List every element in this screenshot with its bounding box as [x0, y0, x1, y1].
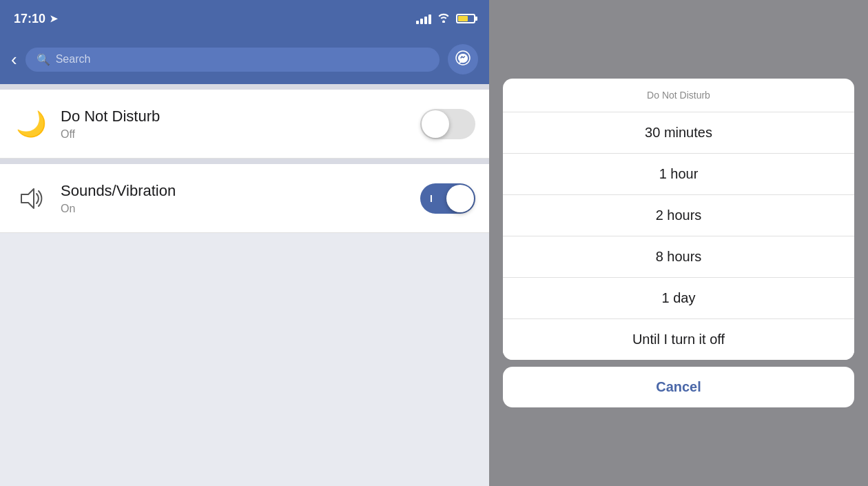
do-not-disturb-title: Do Not Disturb — [61, 108, 408, 125]
section-divider-top — [0, 84, 489, 90]
battery-icon — [456, 14, 475, 23]
toggle-knob-sound — [446, 185, 474, 212]
sounds-vibration-title: Sounds/Vibration — [61, 182, 408, 200]
toggle-knob-dnd — [422, 110, 449, 138]
sounds-vibration-item[interactable]: Sounds/Vibration On I — [0, 164, 489, 233]
status-icons — [416, 12, 475, 26]
do-not-disturb-subtitle: Off — [61, 128, 408, 141]
action-sheet-cancel-button[interactable]: Cancel — [503, 367, 854, 407]
location-icon: ➤ — [50, 13, 58, 24]
action-sheet-option-1day[interactable]: 1 day — [503, 278, 854, 319]
toggle-on-label: I — [430, 193, 433, 204]
do-not-disturb-text: Do Not Disturb Off — [61, 108, 408, 141]
back-button[interactable]: ‹ — [11, 50, 17, 68]
sound-icon — [16, 183, 46, 214]
wifi-icon — [437, 12, 451, 26]
action-sheet-main: Do Not Disturb 30 minutes 1 hour 2 hours… — [503, 79, 854, 360]
right-panel: Do Not Disturb 30 minutes 1 hour 2 hours… — [489, 0, 868, 486]
moon-icon-wrap: 🌙 — [14, 107, 48, 141]
search-bar-area: ‹ 🔍 Search — [0, 37, 489, 84]
sounds-vibration-subtitle: On — [61, 203, 408, 215]
status-time: 17:10 ➤ — [14, 12, 58, 26]
action-sheet: Do Not Disturb 30 minutes 1 hour 2 hours… — [503, 79, 854, 407]
time-display: 17:10 — [14, 12, 45, 26]
signal-icon — [416, 13, 431, 24]
search-icon: 🔍 — [37, 53, 50, 66]
sounds-vibration-text: Sounds/Vibration On — [61, 182, 408, 215]
action-sheet-option-30min[interactable]: 30 minutes — [503, 112, 854, 154]
left-panel: 17:10 ➤ ‹ 🔍 Search — [0, 0, 489, 486]
sound-icon-wrap — [14, 181, 48, 216]
search-field-wrapper[interactable]: 🔍 Search — [25, 48, 440, 72]
action-sheet-option-until-off[interactable]: Until I turn it off — [503, 319, 854, 360]
moon-icon: 🌙 — [16, 110, 47, 139]
messenger-button[interactable] — [448, 44, 478, 74]
action-sheet-option-1hour[interactable]: 1 hour — [503, 154, 854, 195]
search-placeholder: Search — [56, 53, 91, 65]
sounds-vibration-toggle[interactable]: I — [420, 183, 475, 214]
action-sheet-title: Do Not Disturb — [503, 79, 854, 112]
action-sheet-option-8hours[interactable]: 8 hours — [503, 236, 854, 278]
messenger-icon — [455, 50, 471, 69]
do-not-disturb-item[interactable]: 🌙 Do Not Disturb Off — [0, 90, 489, 159]
do-not-disturb-toggle[interactable] — [420, 109, 475, 139]
action-sheet-option-2hours[interactable]: 2 hours — [503, 195, 854, 236]
status-bar: 17:10 ➤ — [0, 0, 489, 37]
svg-marker-1 — [21, 189, 34, 208]
section-divider-mid — [0, 159, 489, 164]
